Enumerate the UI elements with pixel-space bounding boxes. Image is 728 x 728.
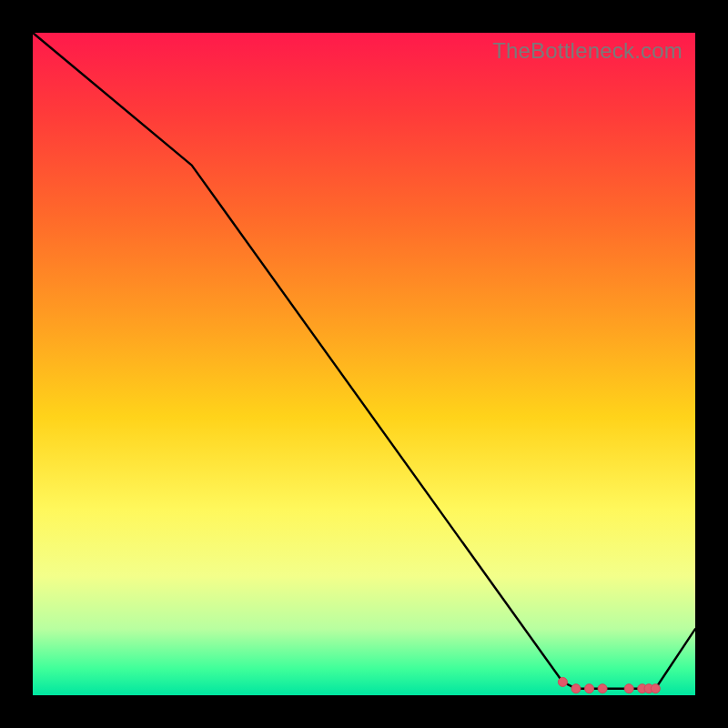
data-marker <box>585 684 594 693</box>
data-marker <box>598 684 607 693</box>
chart-overlay <box>33 33 695 695</box>
plot-area: TheBottleneck.com <box>33 33 695 695</box>
chart-frame: TheBottleneck.com <box>0 0 728 728</box>
data-marker <box>571 684 581 693</box>
data-line <box>33 33 695 689</box>
data-marker <box>558 677 567 686</box>
data-markers <box>558 677 660 693</box>
data-marker <box>624 684 633 693</box>
data-marker <box>651 684 660 693</box>
